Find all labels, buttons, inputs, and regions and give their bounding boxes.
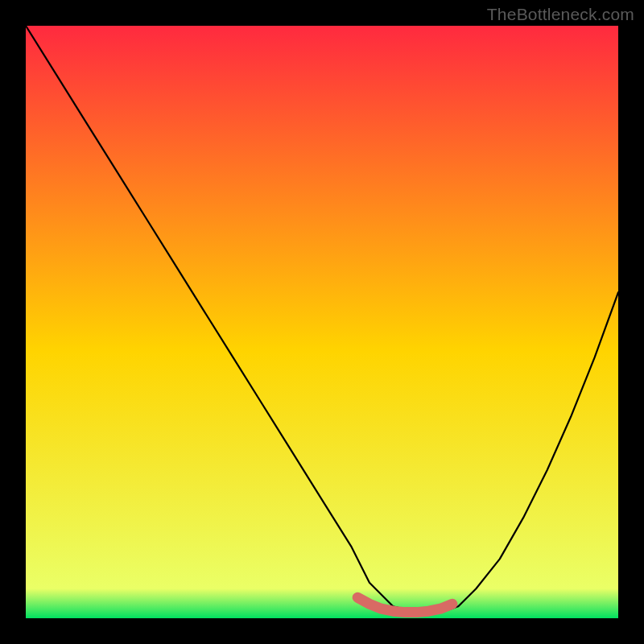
watermark-text: TheBottleneck.com	[487, 5, 634, 24]
chart-svg	[26, 26, 618, 618]
plot-area	[26, 26, 618, 618]
gradient-background	[26, 26, 618, 618]
chart-frame: TheBottleneck.com	[0, 0, 644, 644]
